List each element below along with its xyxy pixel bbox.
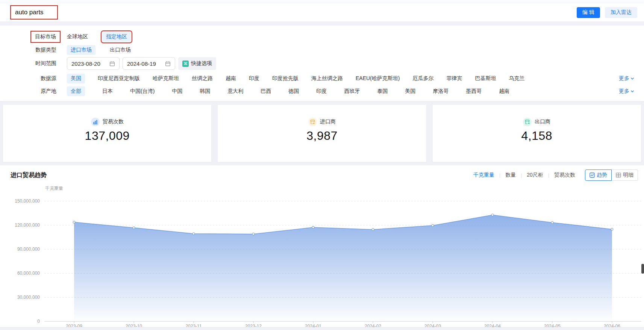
data-source-options: 美国印度尼西亚定制版哈萨克斯坦丝绸之路越南印度印度抢先版海上丝绸之路EAEU(哈… <box>67 74 634 83</box>
start-date-value: 2023-08-20 <box>71 61 109 67</box>
svg-text:2023-09: 2023-09 <box>66 324 82 327</box>
filter-option[interactable]: 巴基斯坦 <box>475 74 496 83</box>
bar-chart-icon <box>91 118 100 126</box>
trend-controls: 千克重量|数量|20尺柜|贸易次数 趋势 明细 <box>473 170 638 181</box>
filter-row-data-type: 数据类型 进口市场出口市场 <box>10 44 634 56</box>
filter-option[interactable]: 西班牙 <box>344 86 360 96</box>
origin-label: 原产地 <box>41 88 56 95</box>
search-query-box[interactable]: auto parts <box>10 5 58 20</box>
importer-store-icon <box>308 118 317 126</box>
y-axis-labels: 030,000,00060,000,00090,000,000120,000,0… <box>15 198 40 324</box>
filter-option[interactable]: 韩国 <box>200 86 210 96</box>
start-date-input[interactable]: 2023-08-20 <box>67 57 120 70</box>
svg-text:2024-01: 2024-01 <box>305 324 321 327</box>
filter-option[interactable]: 日本 <box>102 86 113 96</box>
metric-tabs: 千克重量|数量|20尺柜|贸易次数 <box>473 172 575 179</box>
trend-area-chart: 030,000,00060,000,00090,000,000120,000,0… <box>0 183 644 327</box>
stat-value: 4,158 <box>521 129 553 143</box>
filter-option[interactable]: 厄瓜多尔 <box>412 74 433 83</box>
filter-option[interactable]: 摩洛哥 <box>433 86 449 96</box>
svg-text:30,000,000: 30,000,000 <box>17 295 40 300</box>
filter-option[interactable]: 中国(台湾) <box>130 86 155 96</box>
filter-option[interactable]: 印度尼西亚定制版 <box>98 74 140 83</box>
filter-option[interactable]: 越南 <box>226 74 236 83</box>
filter-option[interactable]: 哈萨克斯坦 <box>153 74 179 83</box>
more-label: 更多 <box>619 75 629 82</box>
svg-text:150,000,000: 150,000,000 <box>15 198 40 204</box>
filter-option[interactable]: 菲律宾 <box>446 74 462 83</box>
filter-row-time-range: 时间范围 2023-08-20 2024-08-19 <box>10 57 634 70</box>
stat-label: 贸易次数 <box>103 118 124 125</box>
data-type-label: 数据类型 <box>35 47 56 53</box>
metric-separator: | <box>499 173 500 178</box>
data-type-options: 进口市场出口市场 <box>67 45 634 55</box>
time-range-label: 时间范围 <box>35 60 56 67</box>
filter-option[interactable]: 印度抢先版 <box>272 74 299 83</box>
svg-text:2024-04: 2024-04 <box>484 324 501 327</box>
filter-option[interactable]: 泰国 <box>377 86 388 96</box>
svg-text:90,000,000: 90,000,000 <box>17 247 40 252</box>
stat-label: 进口商 <box>320 118 336 125</box>
filter-option[interactable]: 指定地区 <box>102 32 131 42</box>
search-query-text: auto parts <box>15 9 44 16</box>
quick-options-button[interactable]: ⌘ 快捷选项 <box>178 57 216 70</box>
metric-tab[interactable]: 贸易次数 <box>554 172 575 179</box>
svg-text:2024-06: 2024-06 <box>604 324 620 327</box>
stat-head: 出口商 <box>523 118 550 126</box>
metric-tab[interactable]: 20尺柜 <box>527 172 543 179</box>
origin-label-cell: 原产地 <box>10 88 56 95</box>
view-toggle-detail-button[interactable]: 明细 <box>612 170 638 181</box>
view-toggle-trend-label: 趋势 <box>597 172 607 179</box>
filter-option[interactable]: 进口市场 <box>67 45 95 55</box>
filter-option[interactable]: 乌克兰 <box>509 74 524 83</box>
filter-option[interactable]: 美国 <box>67 74 85 83</box>
end-date-input[interactable]: 2024-08-19 <box>123 57 175 70</box>
filter-row-origin: 原产地 全部日本中国(台湾)中国韩国意大利巴西德国印度西班牙泰国美国摩洛哥墨西哥… <box>10 86 634 97</box>
view-toggle-trend-button[interactable]: 趋势 <box>585 170 612 181</box>
more-label: 更多 <box>619 88 629 95</box>
filter-option[interactable]: 出口市场 <box>110 45 131 55</box>
trend-title: 进口贸易趋势 <box>11 171 47 179</box>
stat-label: 出口商 <box>535 118 550 125</box>
trend-header: 进口贸易趋势 千克重量|数量|20尺柜|贸易次数 趋势 明细 <box>0 165 644 183</box>
metric-separator: | <box>548 173 549 178</box>
filter-option[interactable]: 德国 <box>288 86 299 96</box>
filter-option[interactable]: 全球地区 <box>67 32 88 42</box>
more-link[interactable]: 更多 <box>619 75 634 82</box>
filter-option[interactable]: 美国 <box>405 86 415 96</box>
filter-option[interactable]: 全部 <box>67 86 85 96</box>
filter-option[interactable]: 印度 <box>249 74 259 83</box>
stat-value: 137,009 <box>85 129 130 143</box>
svg-text:0: 0 <box>37 319 40 324</box>
chevron-down-icon <box>630 89 634 93</box>
edit-button[interactable]: 编 辑 <box>577 7 600 18</box>
filter-option[interactable]: 越南 <box>499 86 509 96</box>
data-source-label-cell: 数据源 <box>10 75 56 82</box>
calendar-icon <box>109 61 115 67</box>
filter-option[interactable]: EAEU(哈萨克斯坦) <box>356 74 400 83</box>
filter-option[interactable]: 意大利 <box>227 86 243 96</box>
more-link[interactable]: 更多 <box>619 88 634 95</box>
stat-head: 贸易次数 <box>91 118 124 126</box>
svg-text:2024-02: 2024-02 <box>365 324 381 327</box>
filter-option[interactable]: 中国 <box>172 86 182 96</box>
filter-option[interactable]: 海上丝绸之路 <box>311 74 343 83</box>
filter-option[interactable]: 丝绸之路 <box>192 74 213 83</box>
metric-separator: | <box>521 173 522 178</box>
filter-option[interactable]: 印度 <box>316 86 327 96</box>
metric-tab[interactable]: 千克重量 <box>473 172 494 179</box>
exporter-store-icon <box>523 118 532 126</box>
import-trend-section: 进口贸易趋势 千克重量|数量|20尺柜|贸易次数 趋势 明细 03 <box>0 165 644 327</box>
metric-tab[interactable]: 数量 <box>505 172 516 179</box>
scrollbar-thumb[interactable] <box>641 264 644 274</box>
svg-text:2023-11: 2023-11 <box>185 324 202 327</box>
svg-text:120,000,000: 120,000,000 <box>15 223 40 228</box>
add-to-radar-button[interactable]: 加入雷达 <box>605 7 637 18</box>
data-source-label: 数据源 <box>41 75 56 82</box>
svg-text:2023-12: 2023-12 <box>245 324 262 327</box>
filter-option[interactable]: 巴西 <box>261 86 271 96</box>
filter-option[interactable]: 墨西哥 <box>466 86 482 96</box>
table-icon <box>616 173 621 178</box>
filter-row-data-source: 数据源 美国印度尼西亚定制版哈萨克斯坦丝绸之路越南印度印度抢先版海上丝绸之路EA… <box>10 73 634 84</box>
stat-card-importers: 进口商 3,987 <box>218 105 426 162</box>
